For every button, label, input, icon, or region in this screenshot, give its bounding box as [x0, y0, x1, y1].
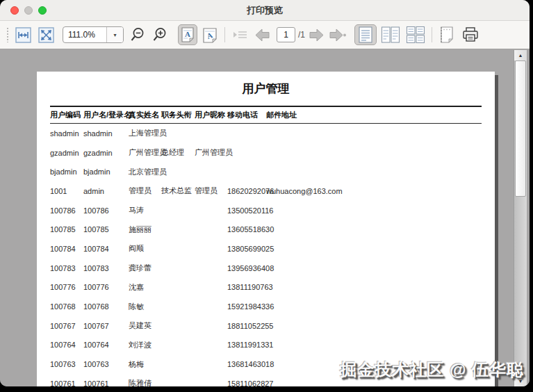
vertical-scrollbar[interactable]: ▲ ▼ [514, 50, 527, 386]
table-cell: 100768 [83, 302, 129, 311]
next-page-button[interactable] [306, 24, 326, 45]
table-cell: 上海管理员 [129, 128, 161, 138]
table-cell: bjadmin [50, 168, 83, 176]
table-cell: bjadmin [83, 168, 129, 176]
table-cell: 100763 [50, 360, 83, 368]
two-pages-icon [381, 26, 400, 44]
table-cell: 100785 [83, 225, 129, 234]
table-cell: 100761 [50, 379, 83, 386]
table-row: 100764100764刘洋波13811991331 [50, 336, 482, 355]
fit-width-button[interactable] [13, 24, 33, 45]
table-cell: 100784 [83, 245, 129, 253]
table-row: 100784100784阎顺13805699025 [50, 239, 482, 259]
printer-icon [461, 26, 479, 44]
table-cell: 13805699025 [227, 245, 266, 253]
print-preview-window: 打印预览 [0, 0, 530, 386]
svg-text:A: A [185, 30, 190, 38]
scrollbar-thumb[interactable] [515, 60, 526, 197]
table-cell: 15921984336 [227, 302, 266, 311]
right-arrow-icon [308, 28, 325, 42]
table-cell: 13681463018 [227, 360, 266, 368]
table-header-cell: 职务头衔 [161, 110, 195, 120]
table-row: 1001admin管理员技术总监管理员18620292076wuhuacong@… [50, 181, 482, 201]
table-cell: 100783 [83, 264, 129, 272]
document-page: 用户管理 用户编码用户名/登录名真实姓名职务头衔用户昵称移动电话邮件地址 sha… [37, 72, 495, 386]
toolbar-separator [224, 27, 225, 42]
zoom-in-button[interactable] [150, 24, 170, 45]
close-button[interactable] [10, 6, 19, 15]
titlebar: 打印预览 [0, 0, 530, 21]
table-cell: 马涛 [129, 205, 161, 215]
table-cell: 陈敏 [129, 302, 161, 312]
maximize-button[interactable] [38, 6, 47, 15]
continuous-view-button[interactable] [230, 24, 249, 45]
table-cell: 总经理 [161, 147, 195, 158]
table-cell: 1001 [50, 187, 83, 195]
table-header-cell: 用户名/登录名 [83, 110, 129, 120]
toolbar-separator [432, 27, 432, 42]
table-cell: 100768 [50, 302, 83, 311]
fit-page-icon [38, 27, 54, 43]
previous-page-button[interactable] [252, 24, 272, 45]
table-cell: 100767 [83, 322, 129, 330]
table-cell: 13811190763 [227, 283, 266, 291]
table-cell: 15811062827 [227, 379, 266, 386]
toolbar-drag-handle[interactable] [6, 27, 10, 42]
table-header-cell: 用户编码 [50, 110, 83, 120]
table-cell: 100785 [50, 225, 83, 234]
fit-page-button[interactable] [36, 24, 56, 45]
table-cell: gzadmin [50, 149, 83, 157]
table-header-cell: 用户昵称 [195, 110, 227, 120]
table-cell: 阎顺 [129, 243, 161, 254]
zoom-dropdown-button[interactable]: ▾ [106, 27, 123, 42]
table-cell: 100767 [50, 322, 83, 330]
table-row: gzadmingzadmin广州管理员总经理广州管理员 [50, 143, 482, 163]
table-cell: 100783 [50, 264, 83, 272]
minimize-button[interactable] [24, 6, 33, 15]
portrait-orientation-button[interactable]: A [178, 24, 197, 45]
toolbar: ▾ [0, 21, 530, 49]
table-cell: 13605518630 [227, 225, 266, 234]
table-cell: 100776 [83, 283, 129, 291]
table-cell: 管理员 [195, 186, 227, 196]
table-cell: 沈嘉 [129, 282, 161, 293]
zoom-out-icon [129, 26, 146, 43]
table-cell: 北京管理员 [129, 167, 161, 177]
table-cell: 施丽丽 [129, 224, 161, 235]
page-number-input[interactable] [277, 27, 295, 42]
table-cell: 管理员 [129, 186, 161, 196]
single-page-icon [358, 26, 373, 44]
traffic-lights [10, 6, 47, 15]
multi-page-view-button[interactable] [404, 24, 427, 45]
table-row: 100768100768陈敏15921984336 [50, 297, 482, 316]
last-page-button[interactable] [327, 24, 347, 45]
table-cell: 吴建英 [129, 320, 161, 331]
table-cell: 100776 [50, 283, 83, 291]
table-cell: 100761 [83, 379, 129, 386]
page-total-label: /1 [298, 30, 305, 40]
zoom-input[interactable] [63, 27, 106, 42]
landscape-orientation-button[interactable]: A [200, 24, 220, 45]
zoom-out-button[interactable] [128, 24, 147, 45]
print-button[interactable] [461, 24, 480, 45]
table-cell: 100764 [83, 341, 129, 349]
scroll-up-icon: ▲ [518, 53, 523, 58]
zoom-in-icon [151, 26, 168, 43]
play-list-icon [231, 28, 248, 42]
table-cell: 刘洋波 [129, 340, 161, 350]
table-cell: 广州管理员 [129, 147, 161, 158]
table-row: shadminshadmin上海管理员 [50, 124, 482, 143]
table-cell: 100763 [83, 360, 129, 368]
document-title: 用户管理 [37, 81, 495, 97]
scroll-up-button[interactable]: ▲ [514, 50, 527, 60]
table-cell: wuhuacong@163.com [266, 187, 482, 195]
table-row: 100786100786马涛13500520116 [50, 201, 482, 220]
single-page-view-button[interactable] [354, 24, 377, 45]
two-page-view-button[interactable] [379, 24, 402, 45]
page-setup-icon [438, 26, 455, 44]
table-header-cell: 移动电话 [227, 110, 266, 120]
landscape-page-icon: A [202, 26, 218, 43]
page-setup-button[interactable] [437, 24, 457, 45]
table-cell: 100784 [50, 245, 83, 253]
table-header-cell: 真实姓名 [129, 110, 161, 120]
